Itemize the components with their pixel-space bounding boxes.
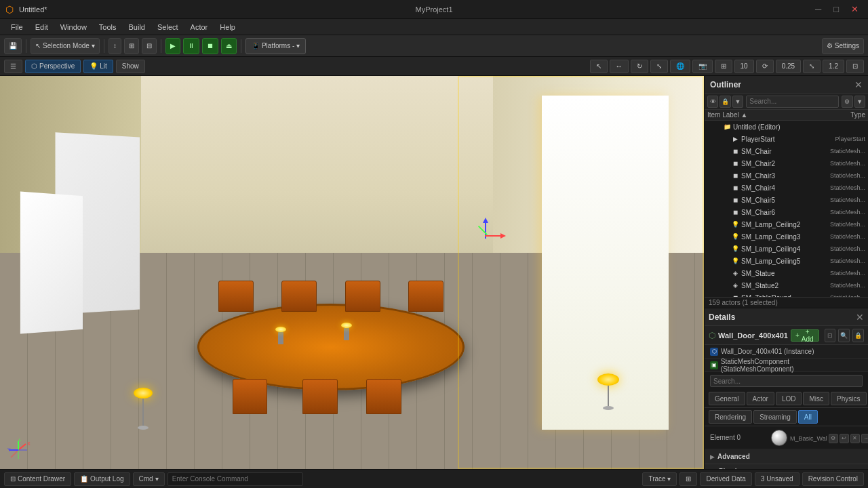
selection-mode-button[interactable]: ↖ Selection Mode ▾ — [31, 38, 100, 54]
build-menu[interactable]: Build — [123, 22, 151, 33]
tools-menu[interactable]: Tools — [94, 22, 122, 33]
maximize-viewport-btn[interactable]: ⊡ — [846, 60, 864, 73]
grid-toggle-btn[interactable]: ⊞ — [715, 60, 732, 73]
close-button[interactable]: ✕ — [847, 3, 863, 16]
title-bar: ⬡ Untitled* MyProject1 ─ □ ✕ — [0, 0, 868, 19]
material-arrow-button[interactable]: → — [861, 434, 868, 443]
edit-menu[interactable]: Edit — [30, 22, 54, 33]
details-search-input[interactable] — [710, 375, 863, 387]
minimize-button[interactable]: ─ — [811, 3, 825, 16]
derived-data-button[interactable]: Derived Data — [700, 472, 751, 486]
tree-item[interactable]: ◼SM_TableRoundStaticMesh... — [705, 291, 868, 297]
rotate-btn[interactable]: ↻ — [631, 60, 648, 73]
tree-item[interactable]: 💡SM_Lamp_Ceiling3StaticMesh... — [705, 230, 868, 243]
eject-button[interactable]: ⏏ — [221, 38, 237, 54]
unsaved-button[interactable]: 3 Unsaved — [755, 472, 800, 486]
advanced-arrow-icon: ▶ — [710, 453, 715, 460]
add-component-button[interactable]: + + Add — [791, 329, 819, 342]
world-btn[interactable]: 🌐 — [670, 60, 690, 73]
content-drawer-button[interactable]: ⊟ Content Drawer — [4, 472, 71, 486]
outliner-lock-button[interactable]: 🔒 — [719, 96, 730, 108]
platforms-button[interactable]: 📱 Platforms - ▾ — [245, 38, 306, 54]
perspective-button[interactable]: ⬡ Perspective — [25, 60, 81, 73]
physics-section[interactable]: ▼ Physics — [705, 464, 868, 469]
trace-button[interactable]: Trace ▾ — [642, 472, 677, 486]
tree-item[interactable]: 💡SM_Lamp_Ceiling4StaticMesh... — [705, 243, 868, 255]
select-menu[interactable]: Select — [152, 22, 184, 33]
material-browse-button[interactable]: ⚙ — [829, 434, 838, 443]
transform-button[interactable]: ↕ — [108, 38, 121, 54]
outliner-close-button[interactable]: ✕ — [854, 79, 863, 90]
tree-item[interactable]: 💡SM_Lamp_Ceiling2StaticMesh... — [705, 218, 868, 230]
static-mesh-icon: ▣ — [710, 361, 718, 369]
save-button[interactable]: 💾 — [4, 38, 22, 54]
all-tab[interactable]: All — [798, 410, 818, 424]
angle-size-btn[interactable]: 0.25 — [776, 60, 801, 73]
tree-item[interactable]: ◼SM_Chair3StaticMesh... — [705, 169, 868, 182]
tree-item-type: StaticMesh... — [830, 294, 865, 297]
help-menu[interactable]: Help — [214, 22, 241, 33]
show-button[interactable]: Show — [116, 60, 145, 73]
angle-snap-btn[interactable]: ⟳ — [756, 60, 774, 73]
outliner-tree[interactable]: 📁Untitled (Editor)▶PlayerStartPlayerStar… — [705, 121, 868, 297]
chair-top-2 — [281, 281, 317, 312]
play-button[interactable]: ▶ — [165, 38, 180, 54]
snap-button[interactable]: ⊞ — [124, 38, 139, 54]
details-search-button[interactable]: 🔍 — [838, 329, 850, 342]
viewport[interactable]: X Z Y — [0, 76, 704, 469]
tree-item-label: SM_Chair5 — [741, 197, 829, 204]
material-delete-button[interactable]: ✕ — [850, 434, 860, 443]
tree-item[interactable]: ◼SM_Chair5StaticMesh... — [705, 194, 868, 206]
grid-button[interactable]: ⊟ — [142, 38, 157, 54]
hamburger-button[interactable]: ☰ — [4, 60, 22, 73]
misc-tab[interactable]: Misc — [803, 392, 829, 405]
lod-tab[interactable]: LOD — [776, 392, 802, 405]
tree-item[interactable]: ◼SM_Chair4StaticMesh... — [705, 182, 868, 194]
outliner-settings-button[interactable]: ⚙ — [842, 96, 852, 108]
pause-button[interactable]: ⏸ — [183, 38, 199, 54]
details-lock-button[interactable]: 🔒 — [852, 329, 864, 342]
camera-speed-btn[interactable]: 📷 — [692, 60, 713, 73]
output-log-button[interactable]: 📋 Output Log — [74, 472, 130, 486]
rendering-tab[interactable]: Rendering — [709, 410, 752, 424]
settings-button[interactable]: ⚙ Settings — [822, 38, 864, 54]
cmd-button[interactable]: Cmd ▾ — [133, 472, 165, 486]
scale-btn[interactable]: ⤡ — [650, 60, 668, 73]
physics-tab[interactable]: Physics — [831, 392, 866, 405]
outliner-eye-button[interactable]: 👁 — [707, 96, 718, 108]
translate-btn[interactable]: ↔ — [610, 60, 629, 73]
tree-item[interactable]: 💡SM_Lamp_Ceiling5StaticMesh... — [705, 255, 868, 267]
revision-control-button[interactable]: Revision Control — [802, 472, 864, 486]
outliner-search-input[interactable] — [746, 96, 839, 108]
outliner-filter-button[interactable]: ▼ — [732, 96, 743, 108]
select-mode-icon-btn[interactable]: ↖ — [590, 60, 608, 73]
maximize-button[interactable]: □ — [829, 3, 843, 16]
tree-item[interactable]: ◼SM_ChairStaticMesh... — [705, 145, 868, 157]
tree-item[interactable]: ◼SM_Chair2StaticMesh... — [705, 157, 868, 169]
actor-tab[interactable]: Actor — [747, 392, 774, 405]
details-view-button[interactable]: ⊡ — [825, 329, 836, 342]
scale-size-btn[interactable]: 1.2 — [823, 60, 844, 73]
tree-item[interactable]: ▶PlayerStartPlayerStart — [705, 133, 868, 145]
actor-menu[interactable]: Actor — [185, 22, 214, 33]
streaming-tab[interactable]: Streaming — [753, 410, 797, 424]
outliner-dropdown-button[interactable]: ▼ — [854, 96, 865, 108]
file-menu[interactable]: File — [5, 22, 28, 33]
stop-button[interactable]: ⏹ — [202, 38, 218, 54]
details-close-button[interactable]: ✕ — [856, 312, 864, 323]
platform-icon-btn[interactable]: ⊞ — [679, 472, 697, 486]
tree-item[interactable]: ◈SM_StatueStaticMesh... — [705, 267, 868, 279]
tree-item[interactable]: ◼SM_Chair6StaticMesh... — [705, 206, 868, 218]
general-tab[interactable]: General — [709, 392, 745, 405]
window-menu[interactable]: Window — [55, 22, 92, 33]
material-property: M_Basic_Wal ⚙ ↩ ✕ → Slot — [771, 430, 868, 446]
material-reset-button[interactable]: ↩ — [840, 434, 849, 443]
add-label: + Add — [801, 328, 814, 343]
tree-item[interactable]: ◈SM_Statue2StaticMesh... — [705, 279, 868, 291]
grid-size-btn[interactable]: 10 — [734, 60, 754, 73]
lit-button[interactable]: 💡 Lit — [83, 60, 113, 73]
console-command-input[interactable] — [167, 472, 303, 486]
scale-snap-btn[interactable]: ⤡ — [803, 60, 821, 73]
tree-item[interactable]: 📁Untitled (Editor) — [705, 121, 868, 133]
advanced-section[interactable]: ▶ Advanced — [705, 449, 868, 464]
